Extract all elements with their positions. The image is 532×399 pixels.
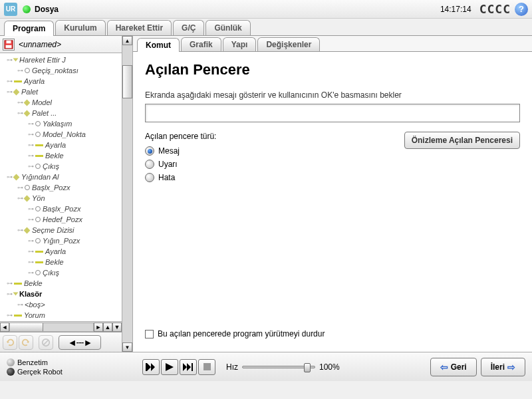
tree-node[interactable]: ⊶Yön (0, 193, 122, 203)
scroll-left-icon[interactable]: ◄ (0, 323, 9, 332)
tree-node[interactable]: ⊶Ayarla (0, 246, 122, 257)
speed-label: Hız (226, 362, 238, 372)
tree-node[interactable]: ⊶Başlx_Pozx (0, 182, 122, 193)
transport-controls (142, 359, 215, 375)
main-tab-hareketettir[interactable]: Hareket Ettir (107, 20, 172, 35)
svg-rect-7 (203, 363, 211, 370)
panel-description: Ekranda aşağıdaki mesajı gösterir ve kul… (145, 90, 520, 100)
tree-node[interactable]: ⊶Model (0, 97, 122, 108)
play-button[interactable] (161, 359, 178, 375)
tree-node[interactable]: ⊶Geçiş_noktası (0, 65, 122, 76)
main-tab-g[interactable]: G/Ç (173, 20, 204, 35)
halt-label: Bu açılan pencerede program yürütmeyi du… (158, 329, 325, 338)
speed-value: 100% (319, 362, 340, 372)
tree-node[interactable]: ⊶Bekle (0, 278, 122, 289)
tree-node[interactable]: ⊶Palet ... (0, 108, 122, 118)
tree-toolbar: ◄---► (0, 332, 122, 352)
halt-checkbox[interactable] (145, 330, 154, 338)
forward-button[interactable] (180, 359, 197, 375)
sub-tab-yapı[interactable]: Yapı (223, 37, 257, 51)
save-icon[interactable] (3, 39, 15, 51)
simulation-label: Benzetim (17, 358, 48, 366)
tree-node[interactable]: ⊶Yığın_Pozx (0, 235, 122, 246)
svg-rect-2 (6, 45, 12, 47)
tree-node[interactable]: ⊶Yorum (0, 310, 122, 321)
tree-node[interactable]: ⊶Ayarla (0, 140, 122, 150)
sub-tab-değişkenler[interactable]: Değişkenler (257, 37, 320, 51)
file-menu[interactable]: Dosya (35, 5, 59, 14)
tree-horizontal-scrollbar[interactable]: ◄ ► ▲ ▼ (0, 321, 122, 332)
program-tree[interactable]: ⊶Hareket Ettir J⊶Geçiş_noktası⊶Ayarla⊶Pa… (0, 53, 122, 321)
rewind-button[interactable] (142, 359, 160, 375)
tree-node[interactable]: ⊶Hedef_Pozx (0, 214, 122, 225)
svg-rect-5 (146, 363, 147, 371)
stop-button[interactable] (198, 359, 215, 375)
back-button[interactable]: ⇦Geri (430, 358, 477, 376)
sub-tab-grafik[interactable]: Grafik (181, 37, 221, 51)
tree-node[interactable]: ⊶Model_Nokta (0, 129, 122, 140)
tree-node[interactable]: ⊶Yaklaşım (0, 118, 122, 129)
popup-type-label: Açılan pencere türü: (145, 132, 404, 141)
tree-node[interactable]: ⊶Çıkış (0, 161, 122, 172)
radio-icon[interactable] (145, 160, 154, 169)
popup-type-option[interactable]: Uyarı (145, 160, 404, 169)
tree-node[interactable]: ⊶Durdur (0, 321, 122, 321)
delete-button[interactable] (39, 335, 53, 350)
speed-slider[interactable] (242, 366, 315, 368)
move-buttons[interactable]: ◄---► (59, 335, 101, 350)
bottom-bar: Benzetim Gerçek Robot Hız 100% ⇦Geri İle… (0, 352, 532, 381)
tree-node[interactable]: ⊶<boş> (0, 299, 122, 310)
tree-node[interactable]: ⊶Hareket Ettir J (0, 55, 122, 65)
command-panel: Açılan Pencere Ekranda aşağıdaki mesajı … (133, 52, 532, 352)
radio-icon[interactable] (145, 146, 154, 156)
svg-rect-1 (7, 40, 11, 43)
popup-message-input[interactable] (145, 104, 520, 122)
file-name: <unnamed> (19, 40, 61, 49)
clock: 14:17:14 (440, 5, 471, 14)
popup-type-option[interactable]: Mesaj (145, 146, 404, 156)
sub-tab-komut[interactable]: Komut (137, 38, 180, 52)
tree-node[interactable]: ⊶Seçme Dizisi (0, 225, 122, 235)
radio-icon[interactable] (145, 173, 154, 182)
tree-node[interactable]: ⊶Palet (0, 86, 122, 97)
program-tree-panel: <unnamed> ⊶Hareket Ettir J⊶Geçiş_noktası… (0, 36, 122, 352)
redo-button[interactable] (19, 335, 33, 350)
tree-node[interactable]: ⊶Çıkış (0, 267, 122, 278)
preview-popup-button[interactable]: Önizleme Açılan Penceresi (404, 132, 520, 149)
help-icon[interactable]: ? (515, 3, 528, 16)
tree-node[interactable]: ⊶Bekle (0, 150, 122, 161)
real-robot-label: Gerçek Robot (17, 368, 63, 376)
simulation-radio[interactable] (7, 358, 15, 366)
tree-node[interactable]: ⊶Yığından Al (0, 172, 122, 182)
main-tab-kurulum[interactable]: Kurulum (55, 20, 105, 35)
status-indicator-icon (23, 5, 31, 13)
real-robot-radio[interactable] (7, 368, 15, 376)
tree-node[interactable]: ⊶Ayarla (0, 76, 122, 86)
panel-title: Açılan Pencere (145, 61, 520, 78)
main-tab-program[interactable]: Program (4, 21, 54, 36)
file-bar: <unnamed> (0, 36, 122, 53)
undo-button[interactable] (3, 335, 17, 350)
app-logo: UR (4, 3, 17, 16)
scroll-down-icon[interactable]: ▼ (112, 323, 122, 332)
tree-node[interactable]: ⊶Bekle (0, 257, 122, 267)
tree-vertical-scrollbar[interactable]: ▲ ▼ (122, 36, 133, 352)
main-tab-bar: ProgramKurulumHareket EttirG/ÇGünlük (0, 19, 532, 36)
tree-node[interactable]: ⊶Klasör (0, 289, 122, 299)
top-bar: UR Dosya 14:17:14 CCCC ? (0, 0, 532, 19)
sub-tab-bar: KomutGrafikYapıDeğişkenler (133, 36, 532, 52)
popup-type-option[interactable]: Hata (145, 173, 404, 182)
status-code: CCCC (479, 2, 511, 16)
tree-node[interactable]: ⊶Başlx_Pozx (0, 203, 122, 214)
scroll-right-icon[interactable]: ► (94, 323, 103, 332)
svg-rect-6 (192, 363, 193, 371)
next-button[interactable]: İleri⇨ (481, 358, 525, 376)
svg-line-4 (44, 340, 49, 344)
main-tab-gnlk[interactable]: Günlük (205, 20, 250, 35)
scroll-up-icon[interactable]: ▲ (103, 323, 112, 332)
